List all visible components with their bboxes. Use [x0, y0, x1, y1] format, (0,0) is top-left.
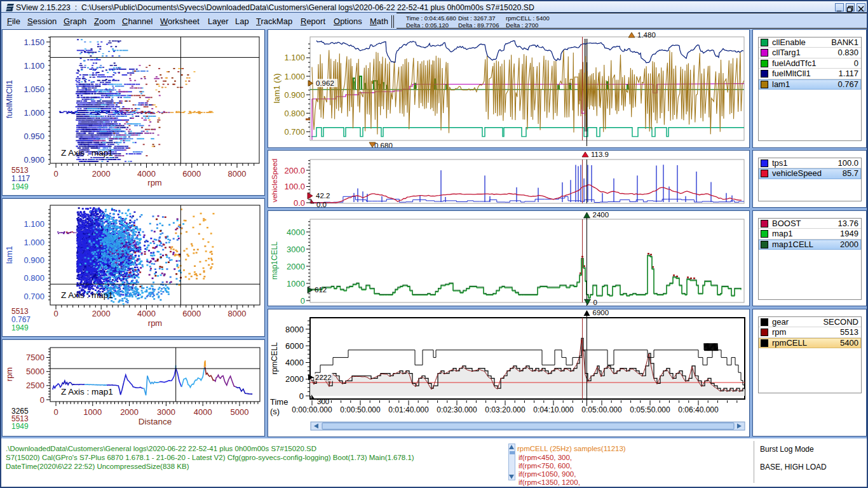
svg-text:0: 0: [40, 395, 44, 405]
svg-text:0.0: 0.0: [316, 201, 327, 208]
svg-text:2000: 2000: [285, 374, 304, 384]
svg-text:0.900: 0.900: [284, 90, 305, 100]
svg-text:0:05:00.000: 0:05:00.000: [581, 405, 622, 414]
svg-text:7500: 7500: [26, 353, 44, 362]
svg-text:0.900: 0.900: [24, 255, 44, 265]
svg-text:0.962: 0.962: [316, 79, 334, 87]
svg-text:300: 300: [317, 398, 329, 405]
svg-text:1.100: 1.100: [284, 53, 305, 62]
svg-text:0: 0: [53, 169, 58, 179]
svg-text:1000: 1000: [287, 279, 305, 288]
svg-text:Distance: Distance: [139, 417, 172, 426]
svg-text:1.000: 1.000: [284, 72, 305, 81]
svg-text:5000: 5000: [26, 367, 44, 376]
svg-text:Z Axis : map1: Z Axis : map1: [61, 387, 113, 396]
svg-text:0.700: 0.700: [284, 127, 305, 137]
svg-text:1.100: 1.100: [24, 219, 44, 229]
svg-text:map1CELL: map1CELL: [270, 241, 279, 280]
svg-text:lam1: lam1: [4, 246, 14, 264]
svg-text:2500: 2500: [26, 381, 44, 390]
svg-text:5000: 5000: [231, 407, 249, 417]
svg-text:0: 0: [53, 407, 58, 417]
svg-text:200.0: 200.0: [284, 166, 305, 175]
svg-text:1.050: 1.050: [24, 85, 44, 94]
svg-text:rpm: rpm: [147, 178, 161, 187]
svg-text:1.000: 1.000: [24, 238, 44, 247]
svg-text:2000: 2000: [287, 262, 305, 271]
svg-text:4000: 4000: [287, 227, 305, 237]
svg-text:0: 0: [53, 309, 58, 318]
svg-text:Time: Time: [270, 397, 288, 407]
svg-text:0:00:00.000: 0:00:00.000: [292, 405, 332, 414]
svg-text:0.700: 0.700: [24, 292, 44, 301]
svg-text:1.480: 1.480: [637, 31, 656, 39]
svg-text:rpm: rpm: [4, 367, 14, 381]
svg-text:lam1 (λ): lam1 (λ): [272, 74, 281, 104]
svg-text:1000: 1000: [83, 407, 102, 417]
svg-text:2400: 2400: [593, 211, 609, 219]
svg-text:0:05:50.000: 0:05:50.000: [630, 405, 670, 414]
svg-text:42.2: 42.2: [316, 192, 330, 200]
svg-text:2000: 2000: [120, 407, 139, 417]
svg-text:8000: 8000: [228, 309, 247, 318]
svg-text:2000: 2000: [92, 169, 111, 179]
svg-text:rpm: rpm: [148, 318, 162, 328]
svg-text:2000: 2000: [92, 309, 111, 318]
svg-text:0.767: 0.767: [11, 315, 31, 324]
svg-text:2222: 2222: [315, 374, 332, 381]
svg-text:4000: 4000: [194, 407, 212, 417]
svg-text:1949: 1949: [11, 182, 29, 191]
svg-text:8000: 8000: [285, 325, 304, 334]
svg-text:3000: 3000: [157, 407, 175, 417]
svg-text:0.800: 0.800: [24, 273, 44, 283]
svg-text:0:04:10.000: 0:04:10.000: [533, 405, 574, 414]
svg-text:3000: 3000: [287, 245, 305, 254]
svg-text:fuelMltCll1: fuelMltCll1: [4, 80, 14, 119]
svg-text:113.9: 113.9: [591, 151, 609, 158]
svg-text:1949: 1949: [11, 323, 29, 332]
svg-text:0: 0: [593, 299, 597, 306]
svg-text:0.800: 0.800: [284, 109, 305, 118]
svg-text:rpmCELL: rpmCELL: [270, 342, 279, 374]
svg-text:0:02:30.000: 0:02:30.000: [437, 405, 477, 414]
svg-text:6000: 6000: [182, 169, 201, 179]
svg-text:1949: 1949: [11, 422, 29, 431]
svg-text:4000: 4000: [285, 358, 304, 367]
svg-text:100.0: 100.0: [284, 182, 305, 191]
svg-text:0: 0: [301, 296, 305, 306]
svg-text:0.680: 0.680: [374, 142, 393, 148]
svg-text:0:03:20.000: 0:03:20.000: [485, 405, 526, 414]
svg-text:Z Axis : map1: Z Axis : map1: [61, 148, 113, 158]
svg-text:612: 612: [315, 286, 327, 294]
svg-text:1.100: 1.100: [24, 61, 44, 71]
svg-text:5513: 5513: [11, 166, 29, 175]
svg-text:4000: 4000: [137, 309, 156, 318]
svg-text:0.950: 0.950: [24, 132, 44, 141]
svg-text:0:00:50.000: 0:00:50.000: [340, 405, 381, 414]
svg-text:0: 0: [299, 391, 304, 401]
svg-text:4000: 4000: [137, 169, 156, 179]
svg-text:6000: 6000: [285, 341, 304, 351]
svg-text:0.0: 0.0: [294, 198, 305, 208]
svg-text:6000: 6000: [182, 309, 201, 318]
svg-text:1.150: 1.150: [24, 37, 44, 47]
svg-text:Z Axis : map1: Z Axis : map1: [61, 290, 113, 300]
svg-text:8000: 8000: [228, 169, 247, 179]
svg-text:0.900: 0.900: [24, 155, 44, 165]
svg-text:(s): (s): [270, 407, 280, 416]
svg-text:1.000: 1.000: [24, 108, 44, 118]
svg-text:1.117: 1.117: [11, 174, 30, 183]
svg-text:6900: 6900: [593, 309, 609, 316]
svg-text:0:06:40.000: 0:06:40.000: [678, 405, 719, 414]
svg-text:vehicleSpeed: vehicleSpeed: [271, 158, 278, 202]
svg-text:0:01:40.000: 0:01:40.000: [388, 405, 429, 414]
svg-text:5513: 5513: [11, 307, 29, 316]
